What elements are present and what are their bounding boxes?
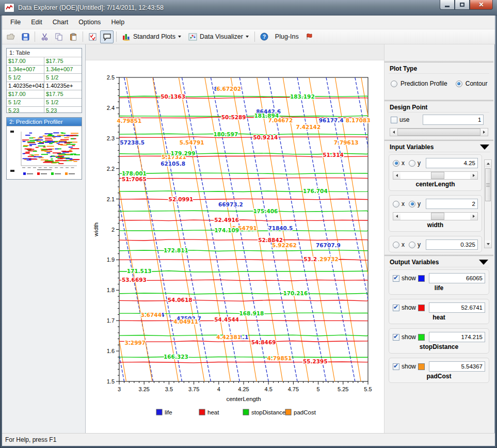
save-button[interactable] <box>19 30 32 43</box>
y-axis-radio[interactable] <box>409 160 415 167</box>
padCost-color-swatch <box>418 363 425 370</box>
output-variable-card: show 174.215 stopDistance <box>389 328 489 354</box>
profiler-thumbnail[interactable] <box>7 126 82 179</box>
svg-text:54.4544: 54.4544 <box>214 316 239 323</box>
width-value-field[interactable]: 2 <box>426 199 478 209</box>
menu-file[interactable]: File <box>5 17 26 27</box>
collapse-triangle-icon[interactable] <box>479 260 488 265</box>
x-axis-radio[interactable] <box>393 242 399 248</box>
chart-area-header <box>86 44 384 60</box>
output-variables-title: Output Variables <box>390 259 439 266</box>
profiler-thumbnail-chart <box>9 129 80 177</box>
svg-text:4.25: 4.25 <box>238 386 249 392</box>
stopDistance-value-field[interactable]: 174.215 <box>429 332 485 342</box>
contour-radio[interactable] <box>456 81 462 87</box>
x-axis-radio[interactable] <box>393 160 399 167</box>
svg-text:4.79851: 4.79851 <box>267 355 292 361</box>
width-slider[interactable] <box>393 212 478 220</box>
svg-text:52.8842: 52.8842 <box>258 237 283 243</box>
help-button[interactable]: ? <box>258 30 271 43</box>
maximize-icon <box>460 3 464 7</box>
scroll-right-button[interactable] <box>480 129 488 136</box>
table-cell: 5.23 <box>44 107 82 113</box>
y-axis-radio[interactable] <box>409 201 415 207</box>
show-checkbox[interactable] <box>393 363 399 370</box>
scrollbar-thumb[interactable] <box>485 168 491 201</box>
open-button[interactable] <box>4 30 18 43</box>
x-radio-label: x <box>402 159 405 167</box>
table-row: 5 1/25 1/2 <box>7 74 82 82</box>
use-checkbox[interactable] <box>391 117 397 123</box>
life-value-field[interactable]: 66065 <box>429 273 485 283</box>
cut-button[interactable] <box>38 30 51 43</box>
profiler-panel[interactable]: 2: Prediction Profiler <box>6 117 82 180</box>
centerLength-slider[interactable] <box>393 171 478 180</box>
minimize-button[interactable] <box>440 0 455 10</box>
annotation-bubble-icon <box>103 33 111 41</box>
menu-options[interactable]: Options <box>73 17 106 27</box>
toolbar-separator <box>254 31 255 42</box>
standard-plots-button[interactable]: Standard Plots <box>119 32 184 42</box>
scroll-left-button[interactable] <box>390 129 397 136</box>
prediction-profile-radio[interactable] <box>391 81 397 87</box>
input-variables-title: Input Variables <box>390 143 434 151</box>
profiler-panel-title[interactable]: 2: Prediction Profiler <box>7 118 82 126</box>
centerLength-value-field[interactable]: 4.25 <box>426 158 478 168</box>
show-checkbox[interactable] <box>393 334 399 341</box>
show-checkbox[interactable] <box>393 305 399 311</box>
scroll-up-button[interactable] <box>485 160 491 167</box>
svg-text:166.323: 166.323 <box>164 354 188 360</box>
contour-chart[interactable]: 33.253.53.7544.254.54.7555.255.51.51.61.… <box>86 60 384 433</box>
copy-button[interactable] <box>52 30 66 43</box>
output-variable-name: padCost <box>393 372 485 380</box>
y-axis-radio[interactable] <box>409 242 415 248</box>
maximize-button[interactable] <box>455 0 470 10</box>
design-point-field[interactable]: 1 <box>423 115 484 125</box>
scroll-down-button[interactable] <box>485 241 491 248</box>
svg-text:5.5: 5.5 <box>364 386 372 392</box>
third-variable-value-field[interactable]: 0.325 <box>426 239 478 250</box>
table-cell: 5 1/2 <box>44 74 82 82</box>
table-row: $17.00$17.75 <box>7 57 82 66</box>
datasheet-check-button[interactable] <box>86 30 99 43</box>
collapse-triangle-icon[interactable] <box>480 145 489 150</box>
close-button[interactable]: ✕ <box>470 0 493 10</box>
table-row: 1.40235e+0411.40235e+ <box>7 82 82 90</box>
table-panel-title[interactable]: 1: Table <box>7 49 82 57</box>
svg-text:5.25: 5.25 <box>338 386 348 392</box>
design-point-scrollbar[interactable] <box>390 128 488 136</box>
svg-text:5.54791: 5.54791 <box>180 139 204 146</box>
table-panel[interactable]: 1: Table $17.00$17.751.34e+0071.34e+0075… <box>6 48 82 113</box>
data-visualizer-button[interactable]: Data Visualizer <box>185 32 252 42</box>
svg-text:52.0991: 52.0991 <box>169 196 194 202</box>
padCost-value-field[interactable]: 5.54367 <box>429 361 485 372</box>
input-variables-scrollbar[interactable] <box>484 159 492 248</box>
scroll-right-button[interactable] <box>470 172 477 179</box>
menu-help[interactable]: Help <box>106 17 130 27</box>
plugins-button[interactable]: Plug-Ins <box>272 32 302 41</box>
plugin-flag-button[interactable] <box>303 30 316 43</box>
y-tick-labels: 1.51.61.71.81.922.12.22.32.42.5 <box>107 74 115 385</box>
svg-text:life: life <box>165 409 172 415</box>
paste-button[interactable] <box>67 30 80 43</box>
svg-text:54.8469: 54.8469 <box>251 339 276 345</box>
x-axis-title: centerLength <box>226 396 261 402</box>
title-bar[interactable]: Data Explorer (DOE)[Untitled]: 7/14/2011… <box>0 0 497 15</box>
scroll-right-button[interactable] <box>470 213 477 220</box>
contour-label: Contour <box>466 80 488 87</box>
heat-value-field[interactable]: 52.6741 <box>429 302 485 313</box>
menu-chart[interactable]: Chart <box>47 17 74 27</box>
menu-edit[interactable]: Edit <box>26 17 47 27</box>
table-row: 5 1/25 1/2 <box>7 99 82 107</box>
svg-text:181.894: 181.894 <box>254 113 279 119</box>
output-variable-card: show 5.54367 padCost <box>389 358 489 383</box>
show-label: show <box>402 333 416 341</box>
scroll-left-button[interactable] <box>393 172 400 179</box>
status-bar: For Help, press F1 <box>2 433 495 446</box>
svg-text:174.109: 174.109 <box>214 227 239 233</box>
output-variable-card: show 66065 life <box>389 269 489 295</box>
scroll-left-button[interactable] <box>393 213 400 220</box>
x-axis-radio[interactable] <box>393 201 399 207</box>
annotation-bubble-button[interactable] <box>100 30 114 43</box>
show-checkbox[interactable] <box>393 275 399 282</box>
